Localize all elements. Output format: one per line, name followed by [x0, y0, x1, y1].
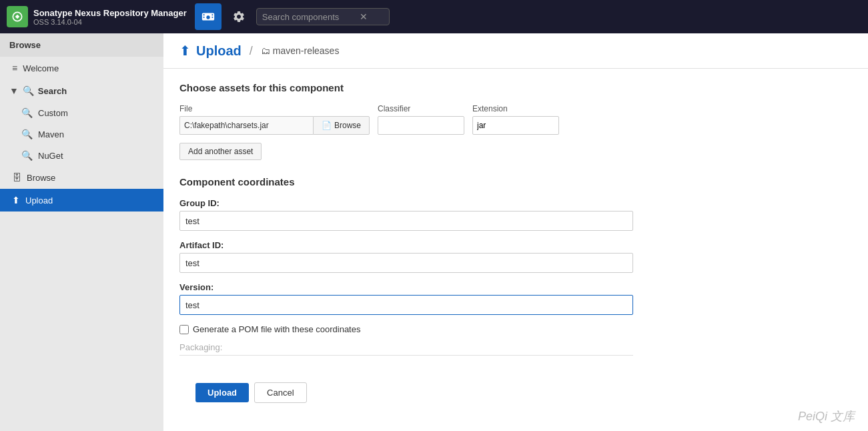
add-asset-label: Add another asset — [188, 147, 253, 156]
main-layout: Browse ≡ Welcome ▼ 🔍 Search 🔍 Custom 🔍 M… — [0, 33, 868, 431]
content-area: ⬆ Upload / 🗂 maven-releases Choose asset… — [163, 33, 868, 431]
app-version: OSS 3.14.0-04 — [33, 18, 187, 26]
version-label: Version: — [179, 282, 852, 292]
sidebar-maven-label: Maven — [38, 129, 64, 139]
artifact-id-field: Artifact ID: — [179, 240, 852, 273]
topbar: Sonatype Nexus Repository Manager OSS 3.… — [0, 0, 868, 33]
sidebar-item-custom[interactable]: 🔍 Custom — [0, 102, 163, 123]
group-id-field: Group ID: — [179, 198, 852, 231]
file-label: File — [179, 104, 370, 113]
search-bar[interactable]: ✕ — [256, 8, 390, 25]
app-logo-text: Sonatype Nexus Repository Manager OSS 3.… — [33, 8, 187, 26]
file-icon: 📄 — [322, 121, 332, 130]
file-input-group: 📄 Browse — [179, 116, 370, 135]
sidebar-item-upload[interactable]: ⬆ Upload — [0, 189, 163, 211]
version-field: Version: — [179, 282, 852, 315]
generate-pom-checkbox[interactable] — [179, 325, 189, 334]
file-path-input[interactable] — [179, 116, 313, 135]
extension-field-group: Extension — [472, 104, 559, 135]
file-row: File 📄 Browse Classifier Extension — [179, 104, 852, 135]
sidebar-item-label: Welcome — [23, 63, 59, 73]
search-clear-icon[interactable]: ✕ — [360, 11, 368, 22]
group-id-label: Group ID: — [179, 198, 852, 208]
sidebar-item-nuget[interactable]: 🔍 NuGet — [0, 145, 163, 166]
packaging-divider — [179, 355, 633, 356]
breadcrumb-separator: / — [250, 44, 253, 58]
sidebar-section-browse: Browse — [0, 33, 163, 57]
chevron-down-icon: ▼ — [9, 85, 19, 96]
form-content: Choose assets for this component File 📄 … — [163, 69, 868, 427]
upload-icon: ⬆ — [12, 195, 20, 205]
sidebar: Browse ≡ Welcome ▼ 🔍 Search 🔍 Custom 🔍 M… — [0, 33, 163, 431]
extension-input[interactable] — [472, 116, 559, 135]
upload-button[interactable]: Upload — [195, 383, 249, 402]
search-input[interactable] — [262, 12, 356, 22]
classifier-field-group: Classifier — [378, 104, 464, 135]
extension-label: Extension — [472, 104, 559, 113]
generate-pom-label: Generate a POM file with these coordinat… — [193, 324, 360, 334]
coordinates-section-title: Component coordinates — [179, 176, 852, 187]
group-id-input[interactable] — [179, 211, 633, 231]
settings-button[interactable] — [227, 5, 251, 29]
app-logo-icon — [7, 6, 28, 27]
sidebar-custom-label: Custom — [38, 108, 68, 118]
version-input[interactable] — [179, 295, 633, 315]
page-title: Upload — [196, 43, 242, 59]
sidebar-item-maven[interactable]: 🔍 Maven — [0, 123, 163, 145]
database-icon: 🗄 — [12, 172, 21, 183]
breadcrumb: 🗂 maven-releases — [261, 45, 340, 56]
file-field-group: File 📄 Browse — [179, 104, 370, 135]
sidebar-upload-label: Upload — [25, 195, 53, 205]
footer-buttons: Upload Cancel — [179, 372, 852, 414]
generate-pom-row: Generate a POM file with these coordinat… — [179, 324, 852, 334]
sidebar-search-label: Search — [38, 86, 67, 96]
breadcrumb-text: maven-releases — [273, 45, 340, 56]
upload-header-icon: ⬆ — [179, 43, 191, 59]
artifact-id-label: Artifact ID: — [179, 240, 852, 250]
sidebar-item-welcome[interactable]: ≡ Welcome — [0, 57, 163, 79]
add-asset-button[interactable]: Add another asset — [179, 143, 262, 160]
packaging-label: Packaging: — [179, 342, 852, 352]
sidebar-nuget-label: NuGet — [38, 151, 63, 161]
cancel-button[interactable]: Cancel — [254, 382, 306, 403]
search-icon: 🔍 — [23, 85, 34, 96]
assets-section-title: Choose assets for this component — [179, 82, 852, 93]
search-maven-icon: 🔍 — [21, 129, 33, 139]
app-logo: Sonatype Nexus Repository Manager OSS 3.… — [7, 6, 187, 27]
browse-button[interactable]: 📄 Browse — [313, 116, 370, 135]
coordinates-section: Group ID: Artifact ID: Version: Generate… — [179, 198, 852, 356]
search-nuget-icon: 🔍 — [21, 150, 33, 161]
page-header: ⬆ Upload / 🗂 maven-releases — [163, 33, 868, 69]
browse-label: Browse — [334, 121, 361, 130]
sidebar-item-search[interactable]: ▼ 🔍 Search — [0, 79, 163, 102]
repo-icon: 🗂 — [261, 45, 270, 56]
hamburger-icon: ≡ — [12, 63, 17, 73]
artifact-id-input[interactable] — [179, 253, 633, 273]
classifier-label: Classifier — [378, 104, 464, 113]
browse-nav-button[interactable] — [195, 3, 222, 30]
app-name: Sonatype Nexus Repository Manager — [33, 8, 187, 18]
sidebar-item-browse[interactable]: 🗄 Browse — [0, 166, 163, 189]
search-sub-icon: 🔍 — [21, 107, 33, 118]
sidebar-browse-label: Browse — [27, 173, 55, 183]
classifier-input[interactable] — [378, 116, 464, 135]
